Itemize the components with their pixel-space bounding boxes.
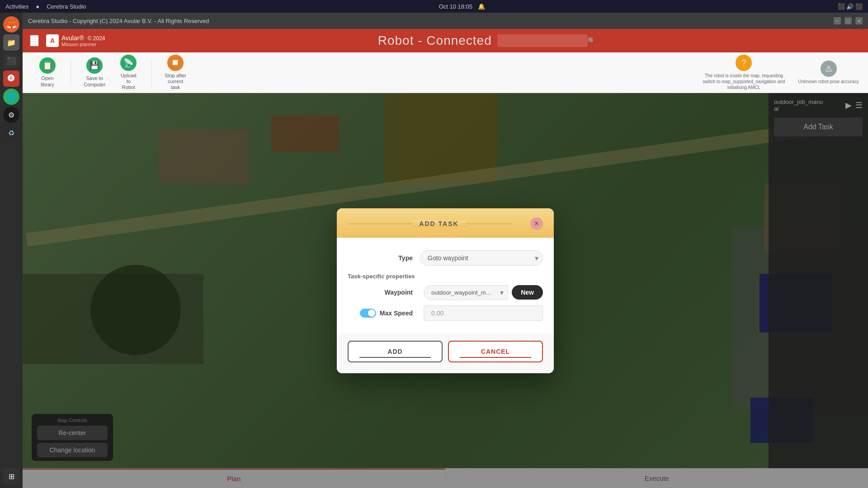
open-library-button[interactable]: 📋 Openlibrary — [32, 54, 63, 91]
max-speed-input[interactable] — [424, 305, 543, 321]
window-title: Cerebra Studio - Copyright (C) 2024 Avul… — [28, 18, 209, 24]
stop-after-current-label: Stop aftercurrenttask — [165, 73, 186, 91]
cancel-button-label: CANCEL — [481, 348, 510, 355]
app-window: Cerebra Studio - Copyright (C) 2024 Avul… — [23, 13, 868, 488]
app-header: ☰ A Avular® © 2024 Mission planner Robot… — [23, 29, 868, 52]
dock-firefox-icon[interactable]: 🦊 — [3, 16, 19, 33]
main-content: Map Controls Re-center Change location o… — [23, 93, 868, 488]
upload-to-robot-label: UploadtoRobot — [121, 73, 137, 91]
app-indicator: ● — [36, 3, 39, 10]
dock-cerebra-icon[interactable]: 🅐 — [3, 70, 19, 87]
stop-after-current-button[interactable]: ⏹ Stop aftercurrenttask — [159, 51, 192, 94]
modal-header: ADD TASK × — [337, 208, 554, 238]
modal-overlay: ADD TASK × Type Goto waypoint Wait — [23, 93, 868, 488]
toolbar-right: ? The robot is inside the map, requestin… — [698, 55, 859, 90]
type-select[interactable]: Goto waypoint Wait Custom action — [420, 250, 543, 266]
brand-subtitle: Mission planner — [61, 42, 105, 47]
brand-icon: A — [46, 34, 59, 47]
minimize-button[interactable]: − — [834, 17, 841, 24]
open-library-icon: 📋 — [39, 57, 56, 74]
new-waypoint-button[interactable]: New — [512, 285, 543, 300]
dock-terminal-icon[interactable]: ⬛ — [3, 52, 19, 69]
dock-map-icon[interactable]: 🌐 — [3, 89, 19, 105]
hamburger-menu-button[interactable]: ☰ — [30, 35, 39, 47]
waypoint-select-wrapper: outdoor_waypoint_m... ▾ — [424, 285, 508, 300]
add-task-button[interactable]: ADD — [348, 341, 443, 362]
modal-footer: ADD CANCEL — [337, 333, 554, 373]
modal-title-line: ADD TASK — [348, 220, 530, 227]
toolbar-group-main: 📋 Openlibrary — [32, 54, 63, 91]
toolbar: 📋 Openlibrary 💾 Save toComputer 📡 Upload… — [23, 52, 868, 93]
type-control: Goto waypoint Wait Custom action ▾ — [420, 250, 543, 266]
brand-logo: A Avular® © 2024 Mission planner — [46, 34, 105, 47]
section-title: Task-specific properties — [348, 273, 543, 280]
sys-tray-icons: ⬛ 🔊 ⬛ — [838, 3, 863, 10]
close-button[interactable]: × — [855, 17, 863, 24]
max-speed-toggle[interactable] — [360, 309, 376, 318]
brand-info: Avular® © 2024 Mission planner — [61, 34, 105, 47]
toolbar-separator-1 — [71, 59, 71, 86]
os-topbar-center: Oct 10 18:05 🔔 — [439, 3, 485, 10]
pose-accuracy-box: ⚠ Unknown robot pose accuracy — [798, 61, 859, 84]
toolbar-separator-2 — [151, 59, 152, 86]
bell-icon[interactable]: 🔔 — [478, 3, 485, 10]
map-info-box: ? The robot is inside the map, requestin… — [698, 55, 789, 90]
waypoint-select[interactable]: outdoor_waypoint_m... — [424, 285, 508, 300]
dock-appgrid-icon[interactable]: ⊞ — [3, 468, 19, 484]
maximize-button[interactable]: □ — [844, 17, 852, 24]
pose-accuracy-icon: ⚠ — [821, 61, 837, 77]
add-task-button-label: ADD — [387, 348, 402, 355]
type-label: Type — [348, 254, 420, 262]
map-info-text: The robot is inside the map, requesting … — [698, 73, 789, 90]
toolbar-group-stop: ⏹ Stop aftercurrenttask — [159, 51, 192, 94]
window-titlebar: Cerebra Studio - Copyright (C) 2024 Avul… — [23, 13, 868, 29]
dock-files-icon[interactable]: 📁 — [3, 34, 19, 51]
app-dock: 🦊 📁 ⬛ 🅐 🌐 ⚙ ♻ ⊞ — [0, 13, 23, 488]
brand-name: Avular® © 2024 — [61, 34, 105, 42]
speed-row: Max Speed — [348, 305, 543, 321]
upload-to-robot-button[interactable]: 📡 UploadtoRobot — [113, 51, 144, 94]
search-icon-header: 🔍 — [588, 37, 595, 44]
os-topbar-left: Activities ● Cerebra Studio — [5, 3, 86, 10]
waypoint-label: Waypoint — [348, 289, 420, 296]
header-center: Robot - Connected 🔍 — [113, 33, 861, 48]
brand-icon-letter: A — [50, 37, 55, 44]
save-to-computer-icon: 💾 — [86, 57, 103, 74]
cancel-button[interactable]: CANCEL — [448, 341, 543, 362]
type-row: Type Goto waypoint Wait Custom action ▾ — [348, 250, 543, 266]
open-library-label: Openlibrary — [41, 75, 54, 87]
datetime-label: Oct 10 18:05 — [439, 3, 472, 10]
dock-settings-icon[interactable]: ⚙ — [3, 107, 19, 123]
map-info-icon: ? — [736, 55, 752, 71]
type-select-wrapper: Goto waypoint Wait Custom action ▾ — [420, 250, 543, 266]
dock-recycle-icon[interactable]: ♻ — [3, 125, 19, 141]
window-controls: − □ × — [834, 17, 863, 24]
modal-close-button[interactable]: × — [530, 217, 543, 230]
connection-search — [497, 34, 588, 47]
max-speed-label: Max Speed — [380, 310, 413, 317]
activities-label[interactable]: Activities — [5, 3, 28, 10]
speed-toggle-knob — [368, 310, 375, 317]
brand-name-text: Avular® — [61, 34, 84, 42]
pose-accuracy-text: Unknown robot pose accuracy — [798, 79, 859, 84]
brand-year-text: © 2024 — [88, 35, 105, 42]
stop-after-current-icon: ⏹ — [167, 55, 184, 71]
os-topbar-right: ⬛ 🔊 ⬛ — [838, 3, 863, 10]
app-name-topbar: Cerebra Studio — [47, 3, 86, 10]
save-to-computer-label: Save toComputer — [84, 75, 105, 87]
modal-title: ADD TASK — [412, 220, 466, 227]
waypoint-row: Waypoint outdoor_waypoint_m... ▾ New — [348, 285, 543, 300]
os-topbar: Activities ● Cerebra Studio Oct 10 18:05… — [0, 0, 868, 13]
add-task-modal: ADD TASK × Type Goto waypoint Wait — [337, 208, 554, 373]
toolbar-group-save: 💾 Save toComputer 📡 UploadtoRobot — [78, 51, 144, 94]
save-to-computer-button[interactable]: 💾 Save toComputer — [78, 54, 111, 91]
modal-body: Type Goto waypoint Wait Custom action ▾ — [337, 238, 554, 333]
upload-to-robot-icon: 📡 — [120, 55, 137, 71]
connection-title: Robot - Connected — [378, 33, 492, 48]
